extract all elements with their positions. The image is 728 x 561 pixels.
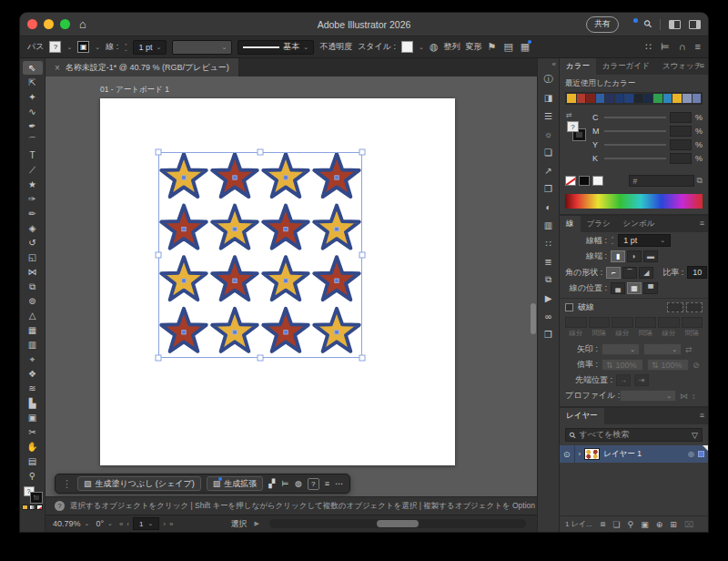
stroke-weight-stepper[interactable]: ⌃⌄ <box>611 237 614 244</box>
stroke-width-value[interactable]: 1 pt⌄ <box>133 40 167 55</box>
close-tab-icon[interactable]: × <box>55 63 60 73</box>
recent-swatch-11[interactable] <box>672 94 682 103</box>
miter-ratio-value[interactable]: 10 <box>687 266 707 279</box>
layer-visibility-icon[interactable]: ⊙ <box>563 450 571 459</box>
canvas-horizontal-scrollbar[interactable] <box>269 519 526 528</box>
hand-tool[interactable]: ✋ <box>23 440 43 454</box>
isolate-icon[interactable]: ▣ <box>641 520 649 529</box>
stroke-proxy-swatch[interactable] <box>31 493 42 503</box>
brush-definition[interactable]: 基本⌄ <box>238 40 314 55</box>
stroke-menu-icon[interactable]: ≡ <box>700 219 704 228</box>
color-panel-proxy[interactable]: ⇄ ? <box>565 112 589 164</box>
locate-object-icon[interactable]: ⚲ <box>628 520 634 529</box>
scale-tool[interactable]: ◱ <box>23 250 43 264</box>
home-icon[interactable]: ⌂ <box>79 17 86 31</box>
tab-layers[interactable]: レイヤー <box>560 408 604 424</box>
prev-artboard-icon[interactable]: ‹ <box>126 520 129 528</box>
taskbar-menu-icon[interactable]: ≡ <box>325 479 329 488</box>
join-bevel-button[interactable]: ◢ <box>639 267 653 279</box>
cap-butt-button[interactable]: ▮ <box>611 250 625 262</box>
document-setup-icon[interactable]: ▤ <box>503 42 512 52</box>
recent-swatch-5[interactable] <box>615 94 624 103</box>
slider-y[interactable] <box>604 144 666 146</box>
join-round-button[interactable]: ⌒ <box>622 267 637 279</box>
color-menu-icon[interactable]: ≡ <box>700 61 704 70</box>
print-tiling-tool[interactable]: ▤ <box>23 454 43 468</box>
recent-swatch-0[interactable] <box>567 94 576 103</box>
search-icon[interactable]: ⚲ <box>642 17 655 31</box>
fill-color-swatch[interactable]: ? <box>49 41 61 53</box>
graph-tool[interactable]: ▙ <box>23 396 43 410</box>
recent-swatch-3[interactable] <box>596 94 605 103</box>
mesh-tool[interactable]: ▦ <box>23 323 43 337</box>
layers-search-field[interactable]: ⚲ すべてを検索 ▽ <box>565 428 703 442</box>
value-k[interactable] <box>670 153 692 164</box>
layer-target-icon[interactable]: ◎ <box>688 450 694 458</box>
layer-expand-icon[interactable]: › <box>579 450 581 458</box>
value-m[interactable] <box>670 126 692 137</box>
value-c[interactable] <box>670 112 692 123</box>
color-tab-0[interactable]: カラー <box>560 58 596 75</box>
gradient-panel-icon[interactable]: ▥ <box>541 218 557 232</box>
zoom-level[interactable]: 40.79%⌄ <box>53 519 89 528</box>
properties-icon[interactable]: ☰ <box>541 108 557 123</box>
paintbrush-tool[interactable]: ✑ <box>23 192 43 206</box>
dashed-line-checkbox[interactable] <box>565 303 573 311</box>
white-swatch[interactable] <box>592 176 603 186</box>
none-mode-button[interactable] <box>36 505 43 510</box>
export-icon[interactable]: ↗ <box>541 163 557 178</box>
join-miter-button[interactable]: ⌐ <box>606 267 621 279</box>
next-artboard-icon[interactable]: › <box>163 520 166 528</box>
value-y[interactable] <box>670 139 692 150</box>
links-icon[interactable]: ∞ <box>541 309 557 323</box>
cap-projecting-button[interactable]: ▬ <box>643 250 658 262</box>
last-artboard-icon[interactable]: » <box>169 520 173 528</box>
new-layer-icon[interactable]: ⊞ <box>670 520 677 529</box>
artboard-number[interactable]: 1⌄ <box>133 517 159 530</box>
lasso-tool[interactable]: ∿ <box>23 105 43 118</box>
globe-quick-icon[interactable]: ◍ <box>295 479 302 488</box>
first-artboard-icon[interactable]: « <box>119 520 123 528</box>
panel-layout-icon[interactable] <box>689 20 701 29</box>
pen-tool[interactable]: ✒ <box>23 119 43 133</box>
status-menu-icon[interactable]: ▶ <box>254 520 258 527</box>
eyedropper-tool[interactable]: ⌖ <box>23 352 43 366</box>
stroke-weight-value[interactable]: 1 pt⌄ <box>618 234 671 247</box>
workspace-switcher-icon[interactable] <box>669 20 681 29</box>
gradient-tool[interactable]: ▥ <box>23 338 43 352</box>
color-tab-1[interactable]: カラーガイド <box>596 58 656 75</box>
pattern-options-icon[interactable]: ∷ <box>541 236 557 250</box>
layers-menu-icon[interactable]: ≡ <box>700 411 704 420</box>
dash-align-button[interactable] <box>686 302 703 312</box>
recent-swatch-13[interactable] <box>693 94 702 103</box>
layer-name[interactable]: レイヤー 1 <box>603 449 642 460</box>
generative-expand-button[interactable]: ▧ 生成拡張 <box>207 476 264 491</box>
appearance-icon[interactable]: ☼ <box>541 127 557 141</box>
graphic-styles-icon[interactable]: ❏ <box>541 145 557 159</box>
swap-fill-stroke-icon[interactable]: ⇄ <box>566 111 572 119</box>
cap-round-button[interactable]: ◗ <box>627 250 642 262</box>
recolor-icon[interactable]: ▞ <box>268 479 275 488</box>
opacity-label[interactable]: 不透明度 <box>319 41 352 53</box>
pathfinder-icon[interactable]: ⧉ <box>541 272 557 287</box>
line-segment-tool[interactable]: ⟋ <box>23 163 43 177</box>
document-info-icon[interactable]: ⓘ <box>541 72 557 87</box>
color-mode-button[interactable] <box>22 505 28 510</box>
fill-stroke-proxy[interactable]: ? <box>24 486 42 503</box>
stroke-tab-0[interactable]: 線 <box>560 216 581 232</box>
cloud-status-icon[interactable]: ▦ <box>521 42 530 52</box>
slider-k[interactable] <box>604 158 666 159</box>
transparency-icon[interactable]: ◐ <box>541 199 557 214</box>
zoom-tool[interactable]: ⚲ <box>23 469 43 483</box>
control-menu-icon[interactable]: ≡ <box>695 42 701 52</box>
dash-preserve-button[interactable] <box>667 302 683 312</box>
libraries-icon[interactable]: ❒ <box>541 327 557 342</box>
align-center-button[interactable]: ▄ <box>611 282 625 294</box>
align-label[interactable]: 整列 <box>444 41 460 53</box>
recent-swatch-9[interactable] <box>653 94 662 103</box>
symbol-sprayer-tool[interactable]: ≋ <box>23 382 43 395</box>
recent-swatch-6[interactable] <box>624 94 633 103</box>
minimize-window-button[interactable] <box>44 19 54 29</box>
pencil-tool[interactable]: ✏ <box>23 207 43 220</box>
graphic-style-swatch[interactable] <box>401 41 413 53</box>
